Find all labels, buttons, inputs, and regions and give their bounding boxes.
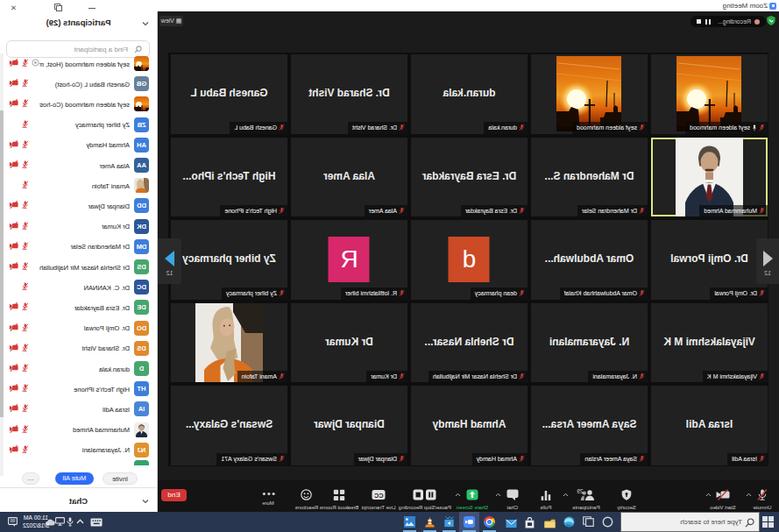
svg-text:29: 29 [577, 489, 584, 494]
svg-text:CC: CC [374, 493, 383, 499]
